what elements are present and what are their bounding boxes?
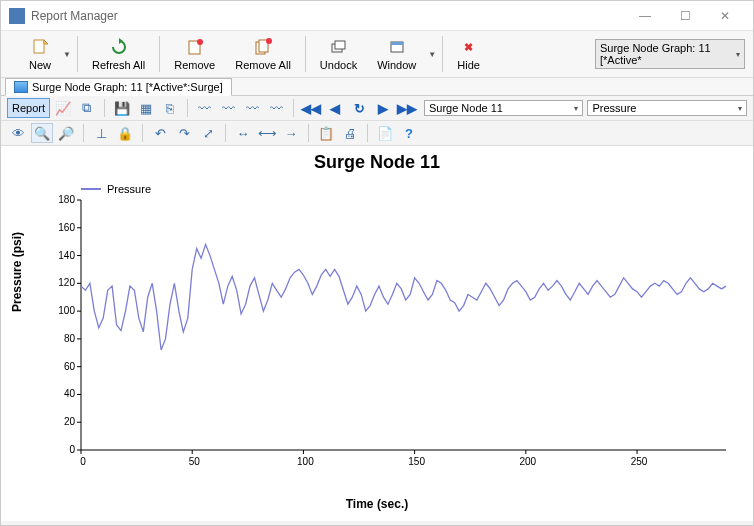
window-icon [387, 37, 407, 57]
new-icon [30, 37, 50, 57]
nav-next-icon[interactable]: ▶ [372, 98, 394, 118]
pan-both-icon[interactable]: ⟷ [256, 123, 278, 143]
y-tick: 60 [53, 361, 75, 372]
refresh-all-button[interactable]: Refresh All [82, 33, 155, 75]
nav-prev-icon[interactable]: ◀ [324, 98, 346, 118]
chevron-down-icon: ▾ [736, 50, 740, 59]
window-label: Window [377, 59, 416, 71]
y-tick: 160 [53, 222, 75, 233]
tab-surge-node-graph[interactable]: Surge Node Graph: 11 [*Active*:Surge] [5, 78, 232, 96]
remove-all-label: Remove All [235, 59, 291, 71]
report-button[interactable]: Report [7, 98, 50, 118]
y-tick: 180 [53, 194, 75, 205]
legend-label: Pressure [107, 183, 151, 195]
zoom-out-icon[interactable]: 🔎 [55, 123, 77, 143]
remove-all-button[interactable]: Remove All [225, 33, 301, 75]
minimize-button[interactable]: — [625, 2, 665, 30]
window-dropdown[interactable]: ▼ [426, 50, 438, 59]
app-icon [9, 8, 25, 24]
y-tick: 120 [53, 277, 75, 288]
print-icon[interactable]: 🖨 [339, 123, 361, 143]
export-icon[interactable]: ⎘ [159, 98, 181, 118]
svg-rect-7 [335, 41, 345, 49]
hide-button[interactable]: ✖ Hide [447, 33, 490, 75]
chart-plot [61, 195, 731, 475]
copy-icon[interactable]: ⧉ [76, 98, 98, 118]
remove-icon [185, 37, 205, 57]
svg-point-2 [197, 39, 203, 45]
close-button[interactable]: ✕ [705, 2, 745, 30]
hide-label: Hide [457, 59, 480, 71]
help-icon[interactable]: ? [398, 123, 420, 143]
eye-icon[interactable]: 👁 [7, 123, 29, 143]
x-tick: 100 [293, 456, 317, 467]
axis-lock-icon[interactable]: 🔒 [114, 123, 136, 143]
x-tick: 150 [405, 456, 429, 467]
series-1-icon[interactable]: 〰 [194, 98, 216, 118]
svg-point-5 [266, 38, 272, 44]
chevron-down-icon: ▾ [574, 104, 578, 113]
svg-rect-0 [34, 40, 44, 53]
redo-icon[interactable]: ↷ [173, 123, 195, 143]
window-button[interactable]: Window [367, 33, 426, 75]
remove-all-icon [253, 37, 273, 57]
tab-label: Surge Node Graph: 11 [*Active*:Surge] [32, 81, 223, 93]
y-axis-label: Pressure (psi) [10, 232, 24, 312]
undock-label: Undock [320, 59, 357, 71]
node-select[interactable]: Surge Node 11 ▾ [424, 100, 584, 116]
doc-icon[interactable]: 📄 [374, 123, 396, 143]
hide-icon: ✖ [459, 37, 479, 57]
nav-last-icon[interactable]: ▶▶ [396, 98, 418, 118]
series-2-icon[interactable]: 〰 [218, 98, 240, 118]
undo-icon[interactable]: ↶ [149, 123, 171, 143]
nav-refresh-icon[interactable]: ↻ [348, 98, 370, 118]
x-tick: 50 [182, 456, 206, 467]
remove-button[interactable]: Remove [164, 33, 225, 75]
new-button[interactable]: New [19, 33, 61, 75]
legend-swatch [81, 188, 101, 190]
pan-right-icon[interactable]: → [280, 123, 302, 143]
refresh-all-label: Refresh All [92, 59, 145, 71]
chart-title: Surge Node 11 [11, 152, 743, 173]
chart-line-icon[interactable]: 📈 [52, 98, 74, 118]
zoom-in-icon[interactable]: 🔍 [31, 123, 53, 143]
undock-icon [328, 37, 348, 57]
nav-first-icon[interactable]: ◀◀ [300, 98, 322, 118]
remove-label: Remove [174, 59, 215, 71]
new-dropdown[interactable]: ▼ [61, 50, 73, 59]
y-tick: 80 [53, 333, 75, 344]
series-4-icon[interactable]: 〰 [265, 98, 287, 118]
chevron-down-icon: ▾ [738, 104, 742, 113]
axis-y-icon[interactable]: ⊥ [90, 123, 112, 143]
maximize-button[interactable]: ☐ [665, 2, 705, 30]
save-icon[interactable]: 💾 [111, 98, 133, 118]
undock-button[interactable]: Undock [310, 33, 367, 75]
refresh-icon [109, 37, 129, 57]
y-tick: 0 [53, 444, 75, 455]
chart-legend: Pressure [81, 183, 743, 195]
x-tick: 0 [71, 456, 95, 467]
x-tick: 250 [627, 456, 651, 467]
window-title: Report Manager [31, 9, 625, 23]
node-select-label: Surge Node 11 [429, 102, 503, 114]
clipboard-icon[interactable]: 📋 [315, 123, 337, 143]
graph-selector-label: Surge Node Graph: 11 [*Active* [600, 42, 736, 66]
x-axis-label: Time (sec.) [11, 497, 743, 511]
series-select[interactable]: Pressure ▾ [587, 100, 747, 116]
pan-left-icon[interactable]: ↔ [232, 123, 254, 143]
chart-icon [14, 81, 28, 93]
series-select-label: Pressure [592, 102, 636, 114]
y-tick: 100 [53, 305, 75, 316]
new-label: New [29, 59, 51, 71]
expand-icon[interactable]: ⤢ [197, 123, 219, 143]
table-icon[interactable]: ▦ [135, 98, 157, 118]
x-tick: 200 [516, 456, 540, 467]
graph-selector-dropdown[interactable]: Surge Node Graph: 11 [*Active* ▾ [595, 39, 745, 69]
series-3-icon[interactable]: 〰 [241, 98, 263, 118]
y-tick: 40 [53, 388, 75, 399]
svg-rect-9 [391, 42, 403, 45]
y-tick: 20 [53, 416, 75, 427]
y-tick: 140 [53, 250, 75, 261]
